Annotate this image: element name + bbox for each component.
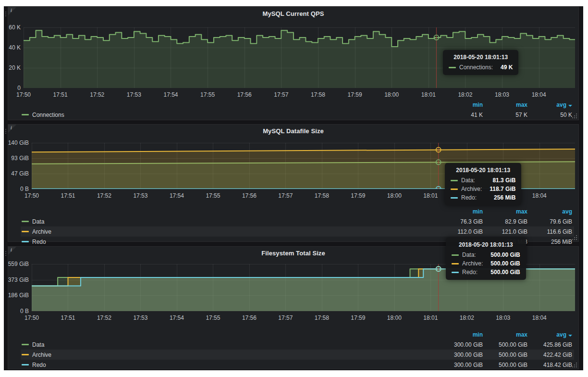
series-color-dash-icon bbox=[452, 254, 459, 256]
hover-tooltip: 2018-05-20 18:01:13Connections:49 K bbox=[443, 50, 518, 75]
series-color-dash-icon[interactable] bbox=[22, 221, 29, 222]
legend-stat-value: 79.6 GiB bbox=[527, 218, 572, 225]
legend-stat-value: 50 K bbox=[527, 112, 572, 118]
y-axis-tick-label: 0 B bbox=[7, 308, 29, 314]
y-axis-tick-label: 47 GiB bbox=[7, 170, 29, 177]
row-drag-handle[interactable] bbox=[4, 9, 8, 21]
resize-dot bbox=[576, 117, 577, 118]
tooltip-series-row: Redo:256 MiB bbox=[451, 194, 515, 201]
tooltip-series-label: Redo: bbox=[461, 194, 477, 201]
grip-dot bbox=[5, 253, 6, 254]
legend-stat-header-avg[interactable]: avg bbox=[527, 208, 572, 215]
legend-row-data: Data300.00 GiB500.00 GiB425.86 GiB bbox=[21, 339, 574, 350]
tooltip-series-row: Archive:118.7 GiB bbox=[451, 186, 515, 192]
y-axis-tick-label: 20 K bbox=[0, 64, 21, 71]
series-color-dash-icon bbox=[449, 67, 456, 68]
series-color-dash-icon[interactable] bbox=[22, 344, 29, 345]
series-label[interactable]: Redo bbox=[32, 239, 438, 245]
tooltip-series-row: Connections:49 K bbox=[449, 64, 513, 71]
legend-stat-header-max[interactable]: max bbox=[483, 331, 527, 338]
legend-stat-header-avg[interactable]: avg bbox=[527, 331, 572, 338]
series-color-dash-icon[interactable] bbox=[22, 231, 29, 232]
resize-dot bbox=[572, 117, 573, 118]
series-color-dash-icon[interactable] bbox=[22, 241, 29, 242]
x-axis-tick-label: 17:51 bbox=[53, 91, 68, 98]
x-axis-tick-label: 18:04 bbox=[532, 91, 546, 98]
series-color-dash-icon[interactable] bbox=[22, 364, 29, 365]
series-color-dash-icon bbox=[451, 197, 458, 199]
x-axis-tick-label: 17:56 bbox=[237, 91, 252, 98]
x-axis-tick-label: 17:50 bbox=[16, 91, 31, 98]
legend-stat-value: 300.00 GiB bbox=[438, 362, 483, 368]
tooltip-timestamp: 2018-05-20 18:01:13 bbox=[451, 167, 515, 174]
panel-title[interactable]: MySQL Datafile Size bbox=[8, 127, 578, 135]
legend-stat-header-min[interactable]: min bbox=[438, 331, 483, 338]
series-label[interactable]: Archive bbox=[32, 228, 438, 235]
x-axis-tick-label: 17:54 bbox=[163, 91, 178, 98]
legend-stat-header-min[interactable]: min bbox=[438, 208, 483, 215]
panel-resize-handle[interactable] bbox=[572, 363, 577, 367]
legend-row-redo: Redo300.00 GiB500.00 GiB418.42 GiB bbox=[21, 360, 574, 370]
legend-stat-value: 500.00 GiB bbox=[483, 352, 527, 358]
resize-dot bbox=[574, 237, 575, 238]
legend-stat-value: 300.00 GiB bbox=[438, 352, 483, 358]
x-axis-tick-label: 17:55 bbox=[206, 314, 220, 321]
x-axis-tick-label: 17:53 bbox=[127, 91, 141, 98]
legend-stat-value: 422.42 GiB bbox=[527, 352, 572, 358]
legend-stat-header-min[interactable]: min bbox=[438, 101, 483, 108]
series-label[interactable]: Archive bbox=[32, 352, 438, 358]
tooltip-series-value: 81.3 GiB bbox=[485, 177, 515, 184]
resize-dot bbox=[574, 364, 575, 365]
series-color-dash-icon bbox=[451, 180, 458, 181]
series-label[interactable]: Redo bbox=[32, 362, 438, 368]
tooltip-series-value: 49 K bbox=[493, 64, 513, 71]
resize-dot bbox=[574, 239, 575, 240]
tooltip-series-label: Connections: bbox=[459, 64, 493, 71]
legend-stat-value: 500.00 GiB bbox=[483, 362, 527, 368]
series-color-dash-icon[interactable] bbox=[22, 354, 29, 355]
hover-tooltip: 2018-05-20 18:01:13Data:81.3 GiBArchive:… bbox=[445, 163, 521, 205]
x-axis-tick-label: 18:04 bbox=[532, 314, 547, 321]
legend-stat-header-avg[interactable]: avg bbox=[527, 101, 572, 108]
legend-row-archive: Archive112.0 GiB121.0 GiB116.6 GiB bbox=[21, 226, 574, 237]
x-axis-tick-label: 17:56 bbox=[242, 314, 257, 321]
legend-stat-header-max[interactable]: max bbox=[483, 208, 527, 215]
panel-resize-handle[interactable] bbox=[572, 235, 577, 240]
series-label[interactable]: Data bbox=[32, 218, 438, 225]
tooltip-series-row: Data:81.3 GiB bbox=[451, 177, 515, 184]
legend-row-data: Data76.3 GiB82.9 GiB79.6 GiB bbox=[21, 216, 574, 226]
tooltip-series-row: Redo:500.00 GiB bbox=[452, 269, 520, 276]
y-axis-tick-label: 0 B bbox=[7, 186, 29, 192]
x-axis-tick-label: 17:57 bbox=[278, 314, 293, 321]
resize-dot bbox=[576, 237, 577, 238]
sort-caret-icon bbox=[568, 105, 572, 107]
y-axis-tick-label: 0 bbox=[0, 85, 21, 91]
x-axis-tick-label: 17:53 bbox=[133, 192, 147, 199]
legend-stat-value: 76.3 GiB bbox=[438, 218, 483, 225]
hover-tooltip: 2018-05-20 18:01:13Data:500.00 GiBArchiv… bbox=[446, 238, 526, 280]
series-label[interactable]: Data bbox=[32, 341, 438, 348]
legend-row-connections: Connections41 K57 K50 K bbox=[21, 110, 574, 120]
x-axis-tick-label: 17:57 bbox=[274, 91, 288, 98]
resize-dot bbox=[576, 235, 577, 236]
grafana-dashboard-screenshot: { "theme": { "page_bg": "#ffffff", "dash… bbox=[0, 0, 588, 377]
row-drag-handle[interactable] bbox=[4, 248, 8, 261]
panel-resize-handle[interactable] bbox=[572, 113, 577, 118]
legend-stat-value: 425.86 GiB bbox=[527, 341, 572, 348]
legend-stat-value: 121.0 GiB bbox=[483, 228, 527, 235]
resize-dot bbox=[576, 113, 577, 114]
series-color-dash-icon bbox=[452, 263, 459, 264]
x-axis-tick-label: 17:55 bbox=[206, 192, 220, 199]
y-axis-tick-label: 559 GiB bbox=[7, 261, 29, 267]
x-axis-tick-label: 17:59 bbox=[351, 314, 365, 321]
legend-stat-header-max[interactable]: max bbox=[483, 101, 527, 108]
series-label[interactable]: Connections bbox=[32, 112, 438, 118]
x-axis-tick-label: 18:03 bbox=[496, 314, 510, 321]
series-color-dash-icon[interactable] bbox=[22, 114, 29, 115]
tooltip-series-label: Data: bbox=[462, 251, 476, 258]
x-axis-tick-label: 18:01 bbox=[423, 192, 438, 199]
row-drag-handle[interactable] bbox=[4, 126, 8, 138]
panel-title[interactable]: MySQL Current QPS bbox=[8, 10, 578, 17]
grip-dot bbox=[5, 15, 6, 16]
grip-dot bbox=[5, 129, 6, 130]
